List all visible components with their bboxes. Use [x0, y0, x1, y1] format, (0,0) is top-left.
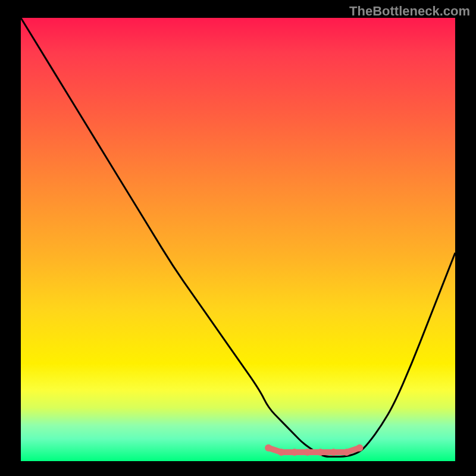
chart-container: TheBottleneck.com: [0, 0, 476, 476]
curve-svg: [21, 18, 455, 461]
marker-dot: [330, 449, 337, 456]
marker-dot: [356, 444, 363, 452]
watermark-text: TheBottleneck.com: [349, 4, 470, 19]
marker-dot: [304, 449, 311, 456]
marker-dot: [278, 449, 285, 456]
marker-dot: [343, 449, 350, 456]
marker-dot: [291, 449, 298, 456]
marker-dot: [317, 449, 324, 456]
marker-dots: [265, 444, 363, 456]
plot-area: [21, 18, 455, 461]
bottleneck-curve: [21, 18, 455, 457]
marker-dot: [265, 444, 272, 452]
